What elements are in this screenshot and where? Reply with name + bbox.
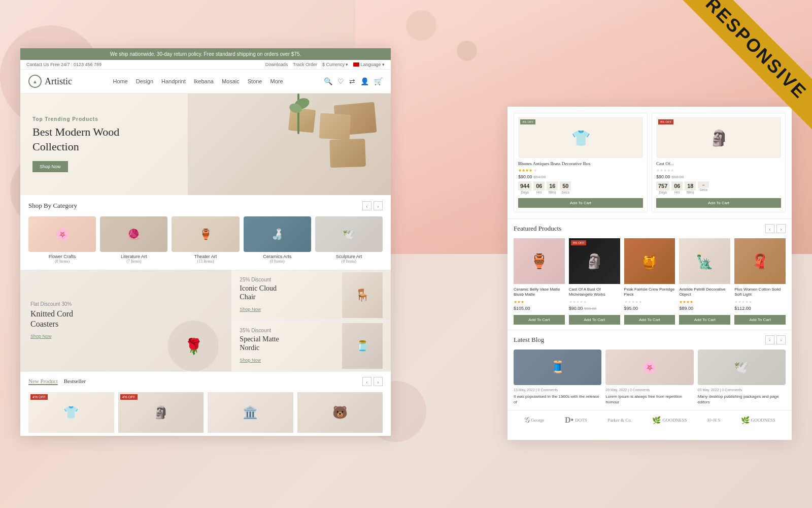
category-sculpture-name: Sculpture Art — [315, 254, 383, 259]
tab-new-product[interactable]: New Product — [28, 378, 58, 385]
cart-icon[interactable]: 🛒 — [374, 77, 383, 86]
category-theater-image: 🏺 — [172, 216, 239, 252]
nav-icons: 🔍 ♡ ⇄ 👤 🛒 — [324, 77, 383, 86]
category-sculpture[interactable]: 🕊️ Sculpture Art (8 Items) — [315, 216, 383, 264]
new-products-row: 👕 4% OFF 🗿 4% OFF 🏛️ 🐻 — [20, 389, 391, 436]
currency-selector[interactable]: $ Currency ▾ — [322, 62, 349, 67]
countdown-secs-1: 50 — [560, 181, 571, 190]
utility-links: Downloads Track Order $ Currency ▾ Langu… — [265, 62, 385, 67]
featured-card-1: 🏺 Ceramic Belly Vase Matte Blusb Matte ★… — [514, 238, 565, 325]
search-icon[interactable]: 🔍 — [324, 77, 332, 86]
featured-atc-1[interactable]: Add To Cart — [514, 315, 565, 325]
language-selector[interactable]: Language ▾ — [353, 62, 385, 67]
promo-left-discount: Flat Discount 30% — [30, 301, 73, 307]
brand-dots: D• DOTS — [565, 416, 587, 425]
brand-goodness-2-icon: 🌿 — [741, 416, 750, 425]
category-title: Shop By Category — [28, 202, 77, 210]
product-next-arrow[interactable]: › — [374, 377, 383, 386]
promo-left-cta[interactable]: Shop Now — [30, 334, 52, 339]
promo-knitted: Flat Discount 30% Knitted CordCoasters S… — [20, 270, 231, 371]
blog-next-arrow[interactable]: › — [776, 335, 786, 344]
flash-atc-2[interactable]: Add To Cart — [656, 198, 781, 208]
hero-cta-button[interactable]: Shop Now — [32, 161, 68, 172]
countdown-hrs-block-2: 06 Hrs — [671, 181, 683, 194]
category-literature-art[interactable]: 🧶 Literature Art (7 Items) — [100, 216, 167, 264]
nav-ikebana[interactable]: Ikebana — [194, 78, 214, 84]
featured-price-4: $89.00 — [679, 306, 730, 311]
nav-design[interactable]: Design — [136, 78, 153, 84]
featured-stars-3: ★★★★★ — [624, 300, 675, 304]
featured-atc-5[interactable]: Add To Cart — [734, 315, 786, 325]
logo-icon: ▲ — [28, 75, 42, 88]
nav-more[interactable]: More — [270, 78, 283, 84]
account-icon[interactable]: 👤 — [360, 77, 369, 86]
sculpture-icon: 🕊️ — [315, 216, 383, 252]
nav-handprint[interactable]: Handprint — [161, 78, 186, 84]
wood-box-2 — [319, 113, 351, 140]
featured-next-arrow[interactable]: › — [776, 224, 786, 233]
nav-home[interactable]: Home — [113, 78, 127, 84]
countdown-mins-label-2: Mins — [685, 190, 696, 194]
category-ceramics[interactable]: 🍶 Ceramics Arts (8 Items) — [244, 216, 311, 264]
featured-price-1: $105.00 — [514, 306, 565, 311]
hero-product-image — [188, 93, 391, 195]
category-ceramics-count: (8 Items) — [244, 259, 311, 264]
promo-left-image: 🌹 — [160, 290, 226, 371]
flash-old-price-2: $98.00 — [671, 175, 684, 179]
new-product-1-image: 👕 4% OFF — [28, 392, 114, 433]
featured-atc-4[interactable]: Add To Cart — [679, 315, 730, 325]
featured-atc-2[interactable]: Add To Cart — [569, 315, 620, 325]
featured-prev-arrow[interactable]: ‹ — [765, 224, 774, 233]
vase-blog-icon: 🌸 — [642, 360, 657, 374]
featured-img-5: 🧣 — [734, 238, 786, 284]
new-product-2-image: 🗿 4% OFF — [118, 392, 204, 433]
countdown-mins-block-2: 18 Mins — [685, 181, 696, 194]
downloads-link[interactable]: Downloads — [265, 62, 288, 67]
featured-atc-3[interactable]: Add To Cart — [624, 315, 675, 325]
track-order-link[interactable]: Track Order — [293, 62, 317, 67]
countdown-hrs-2: 06 — [671, 181, 683, 190]
promo-chair-cta[interactable]: Shop Now — [240, 307, 261, 312]
countdown-days-label-2: Days — [656, 190, 669, 194]
blog-text-3: Many desktop publishing packages and pag… — [698, 394, 786, 405]
category-flower-count: (8 Items) — [28, 259, 96, 264]
brand-parker: Parker & Co. — [607, 418, 632, 423]
promo-chair-image: 🪑 — [342, 272, 383, 318]
countdown-days-block-2: 757 Days — [656, 181, 669, 194]
logo-area[interactable]: ▲ Artistic — [28, 75, 72, 88]
category-theater-art[interactable]: 🏺 Theater Art (13 Items) — [172, 216, 239, 264]
tab-bestseller[interactable]: Bestseller — [64, 378, 86, 385]
countdown-mins-label-1: Mins — [547, 190, 558, 194]
product-prev-arrow[interactable]: ‹ — [362, 377, 371, 386]
promo-left-name: Knitted CordCoasters — [30, 309, 73, 328]
blog-text-2: Lorem Ipsum is always free from repetiti… — [605, 394, 693, 405]
compare-icon[interactable]: ⇄ — [349, 77, 355, 86]
featured-name-2: Cast Of A Bust Of Michelangelo Works — [569, 287, 620, 298]
brand-george-text: George — [531, 418, 544, 423]
brand-george-icon: 𝒢 — [524, 416, 529, 425]
category-prev-arrow[interactable]: ‹ — [362, 201, 371, 210]
blog-text-1: It was popularised in the 1960s with the… — [514, 394, 601, 405]
brand-hxh-text: H×H S — [707, 418, 720, 423]
category-flower-crafts[interactable]: 🌸 Flower Crafts (8 Items) — [28, 216, 96, 264]
nav-mosaic[interactable]: Mosaic — [222, 78, 240, 84]
category-section-header: Shop By Category ‹ › — [20, 195, 391, 213]
ceramics-icon: 🍶 — [244, 216, 311, 252]
promo-right-items: 25% Discount Iconic CloudChair Shop Now … — [231, 270, 391, 371]
promo-nordic-cta[interactable]: Shop Now — [240, 358, 261, 363]
countdown-hrs-block: 06 Hrs — [533, 181, 545, 194]
blog-meta-2: 09 May, 2022 | 0 Comments — [605, 388, 693, 392]
promo-nordic-name: Special MatteNordic — [240, 335, 342, 353]
category-flower-image: 🌸 — [28, 216, 96, 252]
flash-atc-1[interactable]: Add To Cart — [518, 198, 643, 208]
featured-img-3: 🍯 — [624, 238, 675, 284]
category-next-arrow[interactable]: › — [374, 201, 383, 210]
wishlist-icon[interactable]: ♡ — [337, 77, 344, 86]
promo-nordic-discount: 35% Discount — [240, 328, 342, 333]
cotton-icon: 🧣 — [751, 253, 769, 270]
nav-stone[interactable]: Stone — [248, 78, 262, 84]
blog-card-3: 🕊️ 03 May, 2022 | 0 Comments Many deskto… — [698, 350, 786, 405]
featured-title-text: Featured Products — [514, 225, 561, 233]
logo-text: Artistic — [45, 76, 72, 87]
blog-prev-arrow[interactable]: ‹ — [765, 335, 774, 344]
